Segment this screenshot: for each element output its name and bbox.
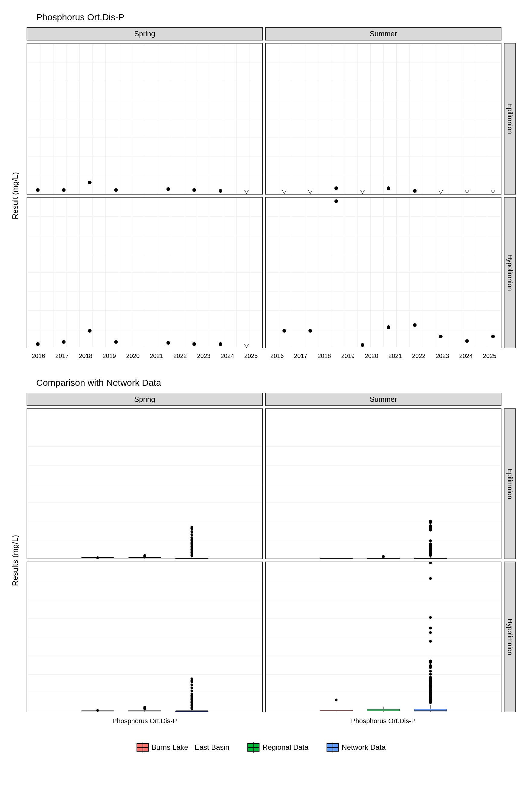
outlier-point bbox=[190, 677, 193, 680]
data-point bbox=[308, 329, 312, 332]
facet-grid: Result (mg/L) Spring Summer Epilimnion H… bbox=[6, 27, 516, 360]
outlier-point bbox=[429, 562, 432, 564]
data-point bbox=[166, 187, 170, 191]
boxplot-box bbox=[414, 558, 447, 559]
legend-swatch-icon bbox=[326, 743, 339, 752]
data-point bbox=[491, 335, 495, 338]
x-axis-category: Phosphorus Ort.Dis-P bbox=[265, 715, 501, 725]
outlier-point bbox=[382, 555, 385, 557]
data-point bbox=[244, 190, 249, 194]
facet-grid: Results (mg/L) Spring Summer Epilimnion … bbox=[6, 393, 516, 725]
outlier-point bbox=[429, 542, 432, 545]
outlier-point bbox=[190, 530, 193, 533]
outlier-point bbox=[190, 536, 193, 539]
x-axis-ticks: 2016201720182019202020212022202320242025 bbox=[265, 351, 501, 360]
data-point bbox=[361, 343, 364, 347]
x-axis-ticks: 2016201720182019202020212022202320242025 bbox=[26, 351, 263, 360]
outlier-point bbox=[429, 640, 432, 643]
data-point bbox=[282, 190, 287, 194]
boxplot-box bbox=[320, 558, 353, 559]
legend-swatch-icon bbox=[137, 743, 148, 752]
panel-spring-epi: 0.080.060.040.020.00 bbox=[26, 43, 263, 195]
data-point bbox=[413, 323, 417, 327]
outlier-point bbox=[429, 670, 432, 673]
data-point bbox=[282, 329, 286, 332]
outlier-point bbox=[429, 673, 432, 676]
boxplot-box bbox=[175, 558, 208, 559]
panel-summer-hypo bbox=[265, 197, 501, 349]
data-point bbox=[219, 189, 222, 193]
row-facet-hypolimnion: Hypolimnion bbox=[504, 562, 516, 712]
data-point bbox=[490, 190, 496, 194]
data-point bbox=[335, 186, 338, 190]
outlier-point bbox=[429, 539, 432, 542]
y-axis-label: Results (mg/L) bbox=[6, 408, 24, 712]
legend-item-site: Burns Lake - East Basin bbox=[137, 743, 229, 752]
chart-title: Phosphorus Ort.Dis-P bbox=[36, 12, 516, 22]
data-point bbox=[465, 339, 469, 343]
legend-item-network: Network Data bbox=[326, 743, 385, 752]
data-point bbox=[360, 190, 365, 194]
boxplot-box bbox=[128, 710, 161, 711]
panel-summer-hypo bbox=[265, 562, 501, 712]
chart-title: Comparison with Network Data bbox=[36, 378, 516, 388]
data-point bbox=[193, 342, 196, 346]
panel-summer-epi bbox=[265, 43, 501, 195]
data-point bbox=[438, 190, 443, 194]
panel-spring-hypo: 0.080.060.040.020.00 bbox=[26, 197, 263, 349]
outlier-point bbox=[190, 689, 193, 692]
panel-spring-hypo: 1.000.750.500.250.00 bbox=[26, 562, 263, 712]
legend: Burns Lake - East Basin Regional Data Ne… bbox=[6, 743, 516, 752]
outlier-point bbox=[96, 556, 99, 559]
panel-summer-epi bbox=[265, 408, 501, 559]
row-facet-hypolimnion: Hypolimnion bbox=[504, 197, 516, 349]
data-point bbox=[219, 342, 222, 346]
data-point bbox=[166, 341, 170, 345]
outlier-point bbox=[335, 699, 338, 702]
network-comparison-chart: Comparison with Network Data Results (mg… bbox=[6, 378, 516, 725]
data-point bbox=[335, 199, 338, 203]
col-facet-spring: Spring bbox=[26, 393, 263, 406]
legend-label: Regional Data bbox=[262, 743, 308, 752]
data-point bbox=[88, 181, 92, 184]
outlier-point bbox=[190, 526, 193, 529]
legend-item-regional: Regional Data bbox=[247, 743, 308, 752]
outlier-point bbox=[190, 683, 193, 686]
legend-label: Burns Lake - East Basin bbox=[152, 743, 229, 752]
data-point bbox=[387, 186, 390, 190]
x-axis-row: 2016201720182019202020212022202320242025… bbox=[26, 351, 501, 360]
row-facet-epilimnion: Epilimnion bbox=[504, 408, 516, 559]
data-point bbox=[193, 188, 196, 192]
outlier-point bbox=[429, 676, 432, 679]
outlier-point bbox=[190, 686, 193, 689]
data-point bbox=[114, 340, 118, 344]
outlier-point bbox=[190, 533, 193, 536]
boxplot-box bbox=[320, 710, 353, 711]
x-axis-category: Phosphorus Ort.Dis-P bbox=[26, 715, 263, 725]
outlier-point bbox=[429, 631, 432, 634]
col-facet-spring: Spring bbox=[26, 27, 263, 40]
row-facet-epilimnion: Epilimnion bbox=[504, 43, 516, 195]
outlier-point bbox=[429, 664, 432, 667]
data-point bbox=[439, 335, 443, 338]
outlier-point bbox=[429, 577, 432, 580]
data-point bbox=[36, 188, 40, 192]
outlier-point bbox=[429, 627, 432, 629]
outlier-point bbox=[190, 692, 193, 695]
data-point bbox=[465, 190, 469, 194]
data-point bbox=[36, 342, 40, 346]
x-axis-row: Phosphorus Ort.Dis-P Phosphorus Ort.Dis-… bbox=[26, 715, 501, 725]
outlier-point bbox=[143, 706, 146, 709]
data-point bbox=[244, 344, 249, 348]
data-point bbox=[88, 329, 92, 332]
col-facet-summer: Summer bbox=[265, 27, 501, 40]
data-point bbox=[114, 188, 118, 192]
boxplot-box bbox=[175, 711, 208, 711]
outlier-point bbox=[429, 524, 432, 527]
data-point bbox=[62, 340, 65, 344]
outlier-point bbox=[96, 709, 99, 712]
boxplot-box bbox=[367, 709, 400, 711]
boxplot-box bbox=[128, 557, 161, 558]
legend-swatch-icon bbox=[247, 743, 260, 752]
outlier-point bbox=[143, 554, 146, 557]
